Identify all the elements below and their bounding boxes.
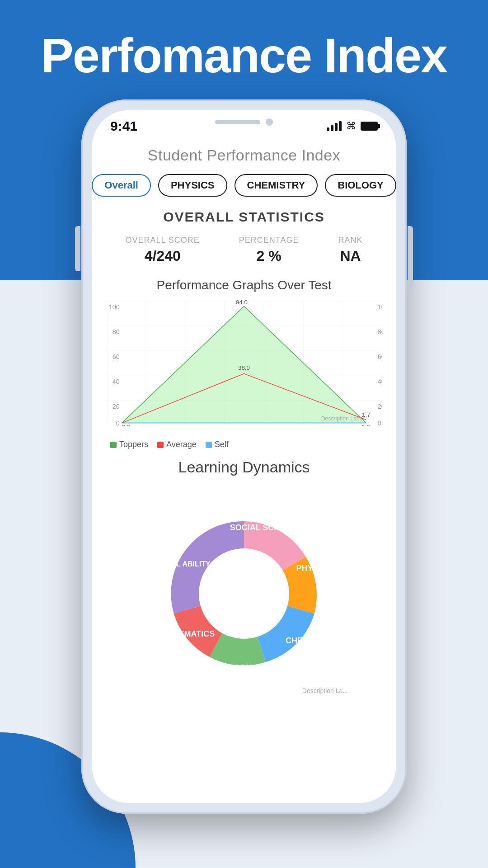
svg-text:100: 100 (109, 303, 120, 311)
legend-average: Average (157, 440, 197, 449)
status-bar: 9:41 ⌘ (92, 110, 396, 138)
label-mental-ability: MENTAL ABILITY (151, 560, 211, 568)
legend-self: Self (206, 440, 229, 449)
legend-toppers-label: Toppers (119, 440, 148, 449)
svg-text:0: 0 (378, 420, 381, 426)
stat-overall-score-label: OVERALL SCORE (125, 236, 199, 245)
phone-screen: 9:41 ⌘ Student Performance Index (92, 110, 396, 803)
tab-overall[interactable]: Overall (92, 174, 151, 197)
legend-average-label: Average (166, 440, 197, 449)
battery-icon (361, 122, 378, 131)
donut-description-label: Description La... (302, 687, 348, 694)
stat-overall-score-value: 4/240 (125, 248, 199, 264)
svg-text:38.0: 38.0 (238, 364, 250, 371)
wifi-icon: ⌘ (346, 120, 356, 132)
speaker (215, 120, 260, 124)
toppers-dot (110, 442, 117, 448)
donut-chart-svg: SOCIAL SCIENCE PHYSICS CHEMISTRY BIOLOGY… (136, 490, 352, 698)
legend-toppers: Toppers (110, 440, 148, 449)
stat-rank-value: NA (338, 248, 363, 264)
svg-text:0: 0 (116, 420, 120, 426)
legend-self-label: Self (215, 440, 229, 449)
svg-text:20: 20 (378, 403, 382, 410)
performance-graph-container: 100 80 60 40 20 0 100 80 60 40 20 0 (106, 300, 382, 435)
donut-chart-wrapper: SOCIAL SCIENCE PHYSICS CHEMISTRY BIOLOGY… (106, 485, 382, 702)
label-physics: PHYSICS (296, 564, 332, 573)
app-title: Student Performance Index (106, 146, 382, 164)
svg-text:80: 80 (378, 328, 382, 335)
graph-title: Performance Graphs Over Test (106, 278, 382, 292)
svg-text:94.0: 94.0 (236, 300, 248, 306)
label-social-science: SOCIAL SCIENCE (230, 523, 299, 532)
stat-overall-score: OVERALL SCORE 4/240 (125, 236, 199, 264)
stat-rank-label: RANK (338, 236, 363, 245)
svg-text:60: 60 (113, 353, 120, 360)
svg-text:60: 60 (378, 353, 382, 360)
tab-physics[interactable]: PHYSICS (158, 174, 227, 197)
status-time: 9:41 (110, 118, 137, 134)
graph-legend: Toppers Average Self (106, 440, 382, 449)
tab-biology[interactable]: BIOLOGY (325, 174, 396, 197)
signal-icon (327, 121, 342, 131)
label-chemistry: CHEMISTRY (286, 636, 333, 645)
camera (266, 118, 273, 126)
svg-text:Description Label: Description Label (321, 416, 364, 422)
learning-dynamics-title: Learning Dynamics (106, 458, 382, 476)
average-dot (157, 442, 164, 448)
donut-hole (199, 548, 289, 639)
phone-outer: 9:41 ⌘ Student Performance Index (81, 99, 407, 814)
performance-graph-svg: 100 80 60 40 20 0 100 80 60 40 20 0 (106, 300, 382, 426)
stat-percentage: PERCENTAGE 2 % (239, 236, 299, 264)
label-mathematics: MATHEMATICS (156, 629, 215, 638)
phone-mockup: 9:41 ⌘ Student Performance Index (81, 99, 407, 814)
self-dot (206, 442, 212, 448)
page-title: Perfomance Index (0, 27, 488, 84)
svg-text:100: 100 (378, 303, 382, 311)
svg-text:0.0: 0.0 (122, 424, 130, 426)
overall-statistics-title: OVERALL STATISTICS (106, 209, 382, 225)
tab-bar: Overall PHYSICS CHEMISTRY BIOLOGY (106, 174, 382, 197)
status-icons: ⌘ (327, 120, 378, 132)
svg-text:80: 80 (113, 328, 120, 335)
svg-text:40: 40 (113, 378, 120, 385)
svg-text:0.0: 0.0 (361, 424, 370, 426)
stat-percentage-value: 2 % (239, 248, 299, 264)
label-biology: BIOLOGY (214, 663, 251, 672)
stat-percentage-label: PERCENTAGE (239, 236, 299, 245)
stats-row: OVERALL SCORE 4/240 PERCENTAGE 2 % RANK … (106, 236, 382, 264)
tab-chemistry[interactable]: CHEMISTRY (235, 174, 318, 197)
stat-rank: RANK NA (338, 236, 363, 264)
screen-content: Student Performance Index Overall PHYSIC… (92, 138, 396, 799)
notch (215, 118, 273, 126)
svg-text:40: 40 (378, 378, 382, 385)
svg-text:20: 20 (113, 403, 120, 410)
